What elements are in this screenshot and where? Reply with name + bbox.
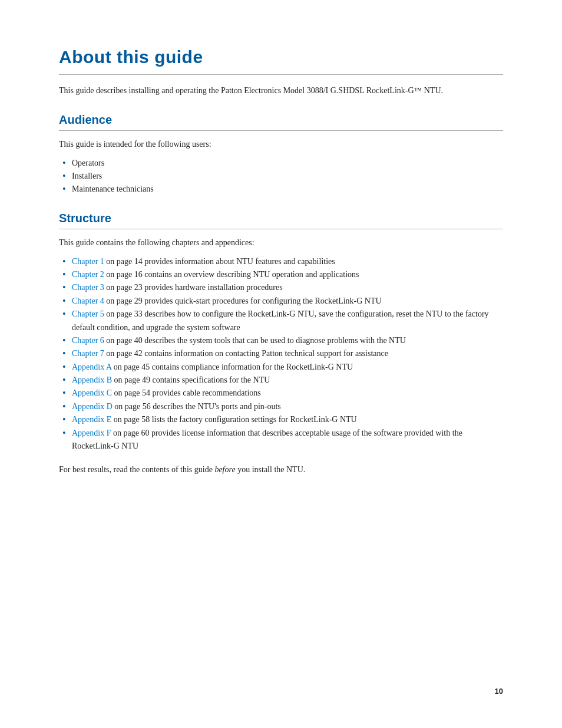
list-item-text: on page 42 contains information on conta… — [104, 349, 388, 358]
chapter5-link[interactable]: Chapter 5 — [72, 309, 104, 318]
final-note-after: you install the NTU. — [236, 465, 306, 474]
audience-intro: This guide is intended for the following… — [59, 138, 503, 151]
appendixd-link[interactable]: Appendix D — [72, 402, 113, 411]
chapter3-link[interactable]: Chapter 3 — [72, 283, 104, 292]
list-item-text: on page 40 describes the system tools th… — [104, 336, 406, 345]
list-item: Chapter 1 on page 14 provides informatio… — [59, 255, 503, 268]
final-note-italic: before — [214, 465, 235, 474]
appendixe-link[interactable]: Appendix E — [72, 415, 111, 424]
list-item-text: on page 56 describes the NTU's ports and… — [113, 402, 281, 411]
list-item: Chapter 2 on page 16 contains an overvie… — [59, 268, 503, 281]
list-item: Appendix C on page 54 provides cable rec… — [59, 387, 503, 400]
final-note-before: For best results, read the contents of t… — [59, 465, 214, 474]
list-item: Appendix F on page 60 provides license i… — [59, 427, 503, 453]
list-item-text: on page 16 contains an overview describi… — [104, 270, 359, 279]
list-item-text: on page 23 provides hardware installatio… — [104, 283, 283, 292]
structure-divider — [59, 229, 503, 229]
structure-heading: Structure — [59, 212, 503, 225]
list-item-text: on page 49 contains specifications for t… — [112, 375, 270, 384]
final-note: For best results, read the contents of t… — [59, 463, 503, 476]
audience-list: Operators Installers Maintenance technic… — [59, 157, 503, 196]
structure-intro: This guide contains the following chapte… — [59, 236, 503, 249]
list-item: Operators — [59, 157, 503, 170]
list-item: Appendix D on page 56 describes the NTU'… — [59, 400, 503, 413]
list-item: Appendix B on page 49 contains specifica… — [59, 374, 503, 387]
list-item-text: on page 58 lists the factory configurati… — [111, 415, 356, 424]
list-item: Chapter 7 on page 42 contains informatio… — [59, 347, 503, 360]
chapter6-link[interactable]: Chapter 6 — [72, 336, 104, 345]
list-item: Chapter 5 on page 33 describes how to co… — [59, 308, 503, 334]
list-item: Installers — [59, 170, 503, 183]
list-item: Appendix E on page 58 lists the factory … — [59, 413, 503, 426]
page-container: About this guide This guide describes in… — [0, 0, 562, 728]
list-item-text: on page 54 provides cable recommendation… — [112, 388, 261, 397]
page-title: About this guide — [59, 47, 503, 67]
list-item-text: on page 60 provides license information … — [72, 429, 462, 450]
list-item-text: on page 29 provides quick-start procedur… — [104, 297, 382, 305]
audience-heading: Audience — [59, 113, 503, 127]
chapter2-link[interactable]: Chapter 2 — [72, 270, 104, 279]
list-item: Chapter 4 on page 29 provides quick-star… — [59, 295, 503, 308]
list-item-text: on page 33 describes how to configure th… — [72, 309, 489, 331]
appendixa-link[interactable]: Appendix A — [72, 363, 111, 371]
audience-divider — [59, 130, 503, 131]
appendixb-link[interactable]: Appendix B — [72, 375, 112, 384]
title-divider — [59, 74, 503, 75]
page-number: 10 — [495, 687, 503, 696]
intro-paragraph: This guide describes installing and oper… — [59, 84, 503, 97]
structure-list: Chapter 1 on page 14 provides informatio… — [59, 255, 503, 453]
structure-section: Structure This guide contains the follow… — [59, 212, 503, 476]
list-item-text: on page 45 contains compliance informati… — [111, 363, 353, 371]
list-item: Chapter 3 on page 23 provides hardware i… — [59, 281, 503, 294]
list-item-text: on page 14 provides information about NT… — [104, 257, 335, 266]
chapter7-link[interactable]: Chapter 7 — [72, 349, 104, 358]
audience-section: Audience This guide is intended for the … — [59, 113, 503, 196]
appendixf-link[interactable]: Appendix F — [72, 429, 111, 437]
list-item: Appendix A on page 45 contains complianc… — [59, 361, 503, 374]
appendixc-link[interactable]: Appendix C — [72, 388, 112, 397]
chapter1-link[interactable]: Chapter 1 — [72, 257, 104, 266]
list-item: Chapter 6 on page 40 describes the syste… — [59, 334, 503, 347]
chapter4-link[interactable]: Chapter 4 — [72, 297, 104, 305]
list-item: Maintenance technicians — [59, 183, 503, 196]
